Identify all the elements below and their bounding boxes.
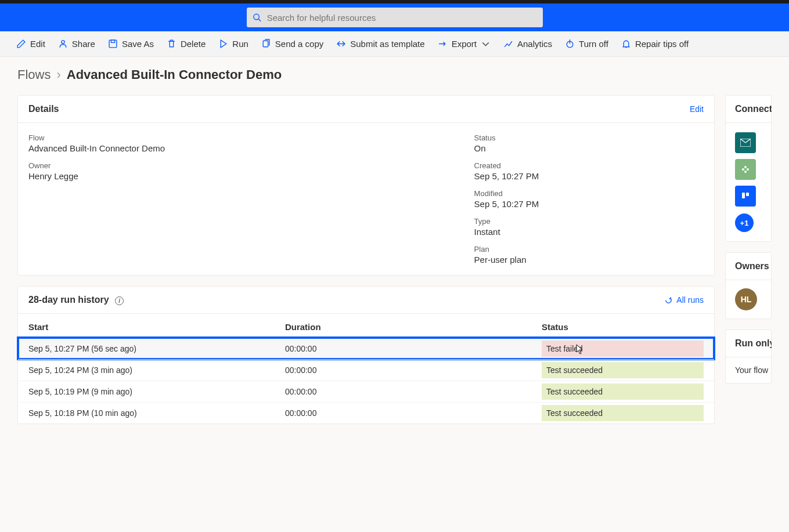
owners-heading: Owners [735, 261, 769, 272]
page-title: Advanced Built-In Connector Demo [67, 67, 282, 82]
save-icon [108, 39, 118, 49]
value-owner: Henry Legge [28, 171, 451, 181]
row-start: Sep 5, 10:19 PM (9 min ago) [28, 387, 285, 396]
connections-card: Connections +1 [725, 95, 772, 242]
runonly-card: Run only users Your flow [725, 330, 772, 383]
owners-card: Owners HL [725, 252, 772, 319]
svg-rect-11 [744, 166, 747, 168]
search-input[interactable] [267, 13, 537, 23]
value-plan: Per-user plan [474, 255, 704, 265]
breadcrumb: Flows › Advanced Built-In Connector Demo [17, 67, 772, 82]
cmd-label: Submit as template [350, 39, 424, 49]
details-card: Details Edit Flow Advanced Built-In Conn… [17, 95, 715, 276]
refresh-icon [664, 296, 673, 305]
svg-rect-5 [263, 41, 268, 47]
value-created: Sep 5, 10:27 PM [474, 171, 704, 181]
cmd-label: Delete [181, 39, 206, 49]
row-start: Sep 5, 10:27 PM (56 sec ago) [28, 344, 285, 353]
connections-heading: Connections [735, 104, 772, 114]
svg-rect-10 [747, 168, 749, 171]
col-duration: Duration [285, 322, 542, 332]
template-icon [336, 39, 346, 49]
label-modified: Modified [474, 189, 704, 198]
value-type: Instant [474, 227, 704, 237]
svg-rect-4 [111, 40, 114, 42]
run-button[interactable]: Run [218, 39, 248, 49]
value-modified: Sep 5, 10:27 PM [474, 199, 704, 209]
label-created: Created [474, 161, 704, 170]
history-heading: 28-day run history i [28, 295, 124, 305]
row-start: Sep 5, 10:24 PM (3 min ago) [28, 365, 285, 375]
svg-rect-12 [744, 171, 747, 173]
all-runs-link[interactable]: All runs [664, 295, 704, 305]
owner-avatar[interactable]: HL [735, 288, 757, 310]
cmd-label: Export [452, 39, 477, 49]
analytics-button[interactable]: Analytics [503, 39, 552, 49]
label-owner: Owner [28, 161, 451, 170]
search-box[interactable] [247, 8, 543, 27]
row-duration: 00:00:00 [285, 365, 542, 375]
info-icon[interactable]: i [115, 296, 124, 305]
play-icon [218, 39, 228, 49]
cmd-label: Run [232, 39, 248, 49]
cmd-label: Analytics [517, 39, 552, 49]
value-status: On [474, 143, 704, 153]
command-bar: Edit Share Save As Delete Run Send a cop… [0, 31, 789, 57]
history-row[interactable]: Sep 5, 10:19 PM (9 min ago)00:00:00Test … [18, 381, 714, 402]
export-icon [438, 39, 448, 49]
share-button[interactable]: Share [58, 39, 95, 49]
cmd-label: Share [72, 39, 95, 49]
label-flow: Flow [28, 133, 451, 142]
turnoff-button[interactable]: Turn off [565, 39, 608, 49]
details-edit-link[interactable]: Edit [690, 104, 704, 114]
more-connectors-badge[interactable]: +1 [735, 213, 754, 232]
bell-icon [621, 39, 631, 49]
cmd-label: Repair tips off [635, 39, 689, 49]
repair-button[interactable]: Repair tips off [621, 39, 689, 49]
row-status: Test succeeded [542, 365, 704, 375]
svg-point-2 [62, 41, 64, 44]
row-status: Test succeeded [542, 408, 704, 418]
submit-template-button[interactable]: Submit as template [336, 39, 424, 49]
run-history-card: 28-day run history i All runs Start Dura… [17, 286, 715, 424]
svg-rect-13 [740, 191, 751, 201]
trello-connector-icon[interactable] [735, 186, 756, 207]
label-plan: Plan [474, 245, 704, 254]
saveas-button[interactable]: Save As [108, 39, 154, 49]
history-row[interactable]: Sep 5, 10:27 PM (56 sec ago)00:00:00Test… [18, 338, 714, 359]
svg-point-0 [253, 14, 258, 19]
history-row[interactable]: Sep 5, 10:18 PM (10 min ago)00:00:00Test… [18, 402, 714, 424]
edit-button[interactable]: Edit [16, 39, 45, 49]
chevron-right-icon: › [56, 67, 60, 82]
row-status: Test failed [542, 344, 704, 353]
label-status: Status [474, 133, 704, 142]
breadcrumb-root[interactable]: Flows [17, 67, 51, 82]
history-row[interactable]: Sep 5, 10:24 PM (3 min ago)00:00:00Test … [18, 359, 714, 381]
cmd-label: Turn off [579, 39, 608, 49]
sendcopy-button[interactable]: Send a copy [261, 39, 323, 49]
share-icon [58, 39, 68, 49]
svg-rect-15 [746, 193, 749, 196]
row-duration: 00:00:00 [285, 408, 542, 418]
slack-connector-icon[interactable] [735, 159, 756, 180]
cmd-label: Edit [30, 39, 45, 49]
runonly-text: Your flow [726, 357, 771, 383]
pencil-icon [16, 39, 26, 49]
runonly-heading: Run only users [735, 338, 772, 349]
export-button[interactable]: Export [438, 39, 491, 49]
col-status: Status [542, 322, 704, 332]
svg-rect-14 [742, 193, 745, 198]
power-icon [565, 39, 575, 49]
search-icon [253, 13, 261, 22]
cmd-label: Save As [122, 39, 154, 49]
svg-rect-9 [742, 168, 744, 171]
mail-connector-icon[interactable] [735, 132, 756, 153]
delete-button[interactable]: Delete [167, 39, 206, 49]
row-duration: 00:00:00 [285, 344, 542, 353]
row-duration: 00:00:00 [285, 387, 542, 396]
svg-line-1 [258, 19, 261, 21]
chart-icon [503, 39, 513, 49]
trash-icon [167, 39, 176, 49]
details-heading: Details [28, 104, 59, 114]
cmd-label: Send a copy [275, 39, 323, 49]
